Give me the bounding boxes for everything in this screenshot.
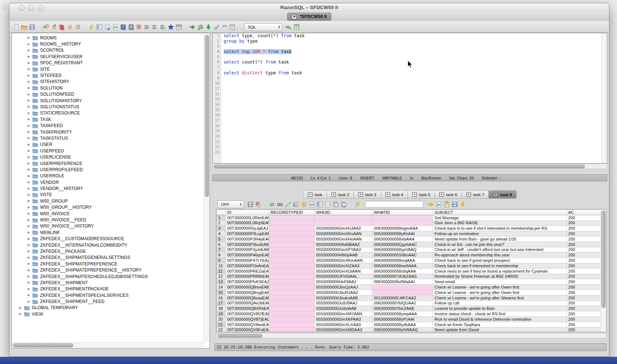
cell-whoid[interactable]: 0033000000JbvQzAAJ [315, 285, 372, 290]
cell-recordtypeid[interactable] [269, 252, 315, 258]
cell-recordtypeid[interactable] [269, 290, 315, 295]
cell-whatid[interactable]: 00630000007bIQUAA2 [372, 300, 433, 306]
disclosure-triangle-icon[interactable]: ▶ [27, 193, 31, 196]
disclosure-triangle-icon[interactable]: ▶ [27, 61, 31, 65]
close-tab-icon[interactable]: ✕ [412, 192, 417, 197]
cell-whatid[interactable] [372, 290, 433, 295]
cell-recordtypeid[interactable] [269, 295, 315, 300]
row-number[interactable]: 1 [217, 215, 226, 220]
tree-item-w50-invoice-history[interactable]: ▶W50_INVOICE__HISTORY [12, 223, 204, 229]
column-header-id[interactable]: ID [226, 210, 269, 215]
code-line-20[interactable] [224, 134, 601, 139]
cell-id[interactable]: 00T3000000POeAnEAL [226, 263, 269, 268]
cell-whoid[interactable]: 0033000000GmXPYAA3 [315, 247, 372, 252]
cell-id[interactable]: 00T3000000QAeJbEAL [226, 300, 269, 306]
code-line-4[interactable]: select top 100 * from task [224, 49, 601, 55]
cell-subject[interactable]: Get Massage [433, 215, 567, 220]
cell-recordtypeid[interactable] [269, 258, 315, 263]
disclosure-triangle-icon[interactable]: ▶ [27, 136, 31, 140]
cell-subject[interactable]: Give Jenn a BIG RAISE [433, 220, 567, 226]
cell-ac[interactable]: 200 [567, 263, 601, 268]
disclosure-triangle-icon[interactable]: ▶ [27, 218, 31, 222]
tree-item-zkfedex-internationalcommodity[interactable]: ▶ZKFEDEX__INTERNATIONALCOMMODITY [12, 242, 204, 248]
disclosure-triangle-icon[interactable]: ▶ [27, 117, 31, 121]
cell-id[interactable]: 00T3000000L0RqSEAV [226, 220, 269, 226]
cell-ac[interactable]: 200 [567, 252, 601, 258]
cell-subject[interactable]: Send email [433, 279, 567, 285]
tree-item-solutionfeed[interactable]: ▶SOLUTIONFEED [12, 91, 204, 98]
title-bar[interactable]: RazorSQL – SFDCW50 II [9, 3, 609, 12]
cell-id[interactable]: 00T3000000QV8wsEAD [226, 322, 269, 327]
cell-recordtypeid[interactable] [269, 311, 315, 317]
tree-item-site[interactable]: ▶SITE [12, 66, 204, 72]
cell-ac[interactable]: 200 [567, 300, 601, 306]
cell-whoid[interactable]: 0033000000JbukoAAB [315, 295, 372, 300]
cell-ac[interactable]: 200 [567, 327, 601, 332]
disclosure-triangle-icon[interactable]: ▶ [27, 161, 31, 165]
cell-whatid[interactable]: 00630000007A3bZAAS [372, 274, 433, 279]
cell-whoid[interactable]: 0033000000Ju9zlAAB [315, 306, 372, 311]
cell-id[interactable]: 00T3000000QV9FaEAL [226, 327, 269, 332]
cell-recordtypeid[interactable] [269, 268, 315, 274]
cell-whatid[interactable]: 006300000058yPzAAI [372, 316, 433, 322]
cell-whoid[interactable]: 0033000000Ju9J9AAJ [315, 300, 372, 306]
tree-item-sitefeed[interactable]: ▶SITEFEED [12, 72, 204, 78]
cell-id[interactable]: 00T3000000PREZaEAP [226, 268, 269, 274]
cell-whoid[interactable]: 0033000000H9i0pAAB [315, 252, 372, 258]
cell-whatid[interactable] [372, 285, 433, 290]
code-line-15[interactable] [224, 108, 601, 113]
result-tab-task[interactable]: ✕task [303, 190, 327, 199]
disclosure-triangle-icon[interactable]: ▶ [27, 143, 31, 146]
cell-whoid[interactable]: 0033000000H9aNBAAZ [315, 242, 372, 247]
cell-ac[interactable]: 200 [567, 290, 601, 295]
cell-recordtypeid[interactable] [269, 316, 315, 322]
tree-item-scontrol[interactable]: ▶SCONTROL [12, 47, 204, 53]
cell-subject[interactable]: Leanne to provide update to Bain [433, 306, 567, 311]
code-line-3[interactable] [224, 44, 601, 49]
disclosure-triangle-icon[interactable]: ▶ [27, 124, 31, 127]
cell-ac[interactable]: 200 [567, 311, 601, 317]
sort-yellow-icon[interactable] [143, 23, 151, 31]
cell-whoid[interactable]: 0033000000GmXHnAAN [315, 236, 372, 242]
disclosure-triangle-icon[interactable]: ▶ [27, 67, 31, 71]
disclosure-triangle-icon[interactable]: ▶ [27, 74, 31, 77]
row-number[interactable]: 15 [217, 290, 226, 295]
row-number[interactable]: 22 [217, 327, 226, 332]
refresh-green-icon[interactable] [268, 200, 276, 208]
column-header-recordtypeid[interactable]: RECORDTYPEID [269, 210, 315, 215]
arrow-down-green-icon[interactable] [204, 23, 212, 31]
cell-id[interactable]: 00T3000000QV8TjEAL [226, 316, 269, 322]
page-export-icon[interactable] [103, 23, 111, 31]
page-refresh-icon[interactable] [111, 23, 119, 31]
close-tab-icon[interactable]: ✕ [493, 192, 498, 197]
checklist-icon[interactable] [316, 200, 324, 208]
disclosure-triangle-icon[interactable]: ▶ [27, 287, 31, 291]
disclosure-triangle-icon[interactable]: ▶ [27, 48, 31, 52]
cell-id[interactable]: 00T3000000QBXPeEAP [226, 306, 269, 311]
tree-item-w50-group[interactable]: ▶W50_GROUP [12, 198, 204, 204]
cell-ac[interactable]: 200 [567, 215, 601, 220]
tree-arrow-icon[interactable] [292, 200, 300, 208]
tree-item-userfeed[interactable]: ▶USERFEED [12, 148, 204, 154]
disclosure-triangle-icon[interactable]: ▶ [27, 262, 31, 265]
tree-item-zkfedex-shipmentpackage[interactable]: ▶ZKFEDEX__SHIPMENTPACKAGE [12, 286, 204, 292]
column-header-whatid[interactable]: WHATID [372, 210, 433, 215]
tree-item-sfdc-registrant[interactable]: ▶SFDC_REGISTRANT [12, 60, 204, 66]
cell-id[interactable]: 00T3000000QV8CfEAL [226, 311, 269, 317]
tree-item-taskstatus[interactable]: ▶TASKSTATUS [12, 135, 204, 141]
arrow-right-yellow-icon[interactable] [427, 200, 435, 208]
table-horizontal-scrollbar[interactable] [216, 333, 607, 338]
cell-ac[interactable]: 200 [567, 306, 601, 311]
cell-whoid[interactable]: 0033000000GmXOiAAN [315, 268, 372, 274]
result-tab-task-6[interactable]: ✕task 6 [435, 190, 462, 199]
cell-subject[interactable]: Follow-up on nomination [433, 231, 567, 237]
column-header-subject[interactable]: SUBJECT [433, 210, 567, 215]
row-limit-select[interactable]: OFF▲▼ [217, 200, 244, 208]
cell-id[interactable]: 00T3000000OiyJgEAJ [226, 226, 269, 231]
sql-editor[interactable]: 1234567891011121314151617181920212223 se… [212, 33, 607, 164]
code-line-9[interactable] [224, 76, 601, 81]
tree-item-zkfedex-shipmatescheduledjobssettings[interactable]: ▶ZKFEDEX__SHIPMATESCHEDULEDJOBSSETTINGS [12, 273, 204, 280]
cell-ac[interactable]: 200 [567, 295, 601, 300]
save-icon[interactable] [28, 23, 36, 31]
cell-recordtypeid[interactable] [269, 242, 315, 247]
